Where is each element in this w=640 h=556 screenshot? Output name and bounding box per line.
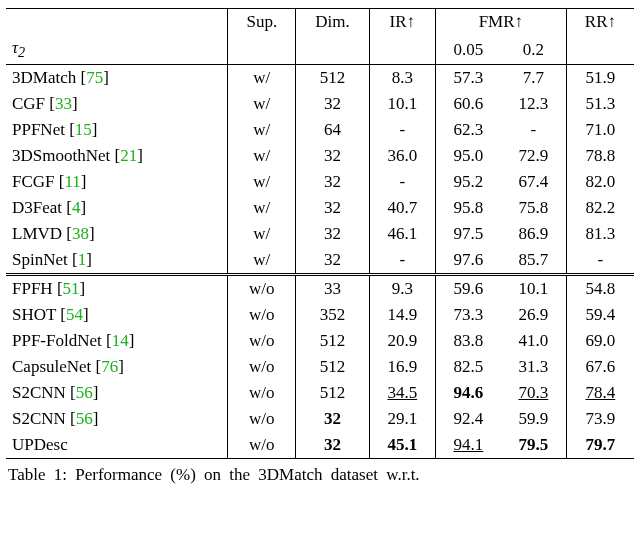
cell-rr: 59.4 (566, 302, 634, 328)
cell-dim: 32 (296, 169, 370, 195)
cell-sup: w/o (228, 432, 296, 459)
header-fmr-05: 0.05 (435, 35, 500, 65)
cell-fmr-05: 92.4 (435, 406, 500, 432)
cell-dim: 33 (296, 275, 370, 303)
citation-link[interactable]: 21 (120, 146, 137, 165)
cell-fmr-05: 94.1 (435, 432, 500, 459)
table-row: 3DMatch [75]w/5128.357.37.751.9 (6, 65, 634, 92)
cell-dim: 32 (296, 91, 370, 117)
table-row: CGF [33]w/3210.160.612.351.3 (6, 91, 634, 117)
cell-fmr-05: 97.6 (435, 247, 500, 275)
cell-fmr-20: 67.4 (501, 169, 566, 195)
cell-fmr-05: 95.2 (435, 169, 500, 195)
cell-ir: 45.1 (369, 432, 435, 459)
cell-dim: 512 (296, 65, 370, 92)
table-row: S2CNN [56]w/o51234.594.670.378.4 (6, 380, 634, 406)
cell-sup: w/ (228, 169, 296, 195)
cell-sup: w/o (228, 302, 296, 328)
citation-link[interactable]: 1 (78, 250, 87, 269)
cell-sup: w/o (228, 328, 296, 354)
cell-rr: 69.0 (566, 328, 634, 354)
citation-link[interactable]: 11 (64, 172, 80, 191)
citation-link[interactable]: 33 (55, 94, 72, 113)
cell-rr: 73.9 (566, 406, 634, 432)
cell-sup: w/o (228, 406, 296, 432)
method-name: LMVD [38] (6, 221, 228, 247)
header-rr: RR↑ (566, 9, 634, 36)
cell-rr: - (566, 247, 634, 275)
cell-fmr-05: 83.8 (435, 328, 500, 354)
cell-ir: 10.1 (369, 91, 435, 117)
cell-fmr-20: 10.1 (501, 275, 566, 303)
cell-rr: 81.3 (566, 221, 634, 247)
cell-sup: w/o (228, 380, 296, 406)
method-name: S2CNN [56] (6, 380, 228, 406)
cell-fmr-20: 70.3 (501, 380, 566, 406)
citation-link[interactable]: 51 (63, 279, 80, 298)
citation-link[interactable]: 4 (72, 198, 81, 217)
cell-dim: 512 (296, 380, 370, 406)
header-tau: τ2 (6, 35, 228, 65)
cell-ir: 20.9 (369, 328, 435, 354)
citation-link[interactable]: 14 (112, 331, 129, 350)
cell-dim: 352 (296, 302, 370, 328)
citation-link[interactable]: 38 (72, 224, 89, 243)
cell-ir: 9.3 (369, 275, 435, 303)
header-fmr: FMR↑ (435, 9, 566, 36)
cell-sup: w/ (228, 143, 296, 169)
cell-dim: 512 (296, 354, 370, 380)
cell-ir: - (369, 117, 435, 143)
cell-sup: w/ (228, 65, 296, 92)
table-row: LMVD [38]w/3246.197.586.981.3 (6, 221, 634, 247)
method-name: PPFNet [15] (6, 117, 228, 143)
cell-fmr-05: 95.0 (435, 143, 500, 169)
cell-fmr-20: 86.9 (501, 221, 566, 247)
table-row: FCGF [11]w/32-95.267.482.0 (6, 169, 634, 195)
results-table: Sup. Dim. IR↑ FMR↑ RR↑ τ2 0.05 0.2 3DMat… (6, 8, 634, 459)
cell-rr: 51.3 (566, 91, 634, 117)
method-name: CGF [33] (6, 91, 228, 117)
citation-link[interactable]: 54 (66, 305, 83, 324)
method-name: PPF-FoldNet [14] (6, 328, 228, 354)
method-name: CapsuleNet [76] (6, 354, 228, 380)
header-ir: IR↑ (369, 9, 435, 36)
cell-fmr-05: 73.3 (435, 302, 500, 328)
cell-ir: 16.9 (369, 354, 435, 380)
cell-rr: 82.0 (566, 169, 634, 195)
cell-sup: w/o (228, 275, 296, 303)
cell-dim: 32 (296, 247, 370, 275)
cell-dim: 32 (296, 406, 370, 432)
header-fmr-20: 0.2 (501, 35, 566, 65)
cell-fmr-20: 41.0 (501, 328, 566, 354)
method-name: 3DSmoothNet [21] (6, 143, 228, 169)
cell-fmr-05: 60.6 (435, 91, 500, 117)
citation-link[interactable]: 56 (76, 409, 93, 428)
cell-sup: w/ (228, 247, 296, 275)
table-row: PPF-FoldNet [14]w/o51220.983.841.069.0 (6, 328, 634, 354)
table-row: UPDescw/o3245.194.179.579.7 (6, 432, 634, 459)
cell-fmr-05: 62.3 (435, 117, 500, 143)
cell-rr: 51.9 (566, 65, 634, 92)
table-row: FPFH [51]w/o339.359.610.154.8 (6, 275, 634, 303)
cell-fmr-05: 59.6 (435, 275, 500, 303)
citation-link[interactable]: 56 (76, 383, 93, 402)
cell-ir: 40.7 (369, 195, 435, 221)
cell-fmr-05: 97.5 (435, 221, 500, 247)
citation-link[interactable]: 15 (75, 120, 92, 139)
method-name: FPFH [51] (6, 275, 228, 303)
method-name: SHOT [54] (6, 302, 228, 328)
cell-fmr-20: 31.3 (501, 354, 566, 380)
cell-sup: w/ (228, 195, 296, 221)
header-dim: Dim. (296, 9, 370, 36)
cell-rr: 78.8 (566, 143, 634, 169)
citation-link[interactable]: 76 (101, 357, 118, 376)
cell-ir: - (369, 247, 435, 275)
cell-fmr-20: 85.7 (501, 247, 566, 275)
cell-dim: 32 (296, 143, 370, 169)
cell-dim: 32 (296, 221, 370, 247)
citation-link[interactable]: 75 (86, 68, 103, 87)
cell-dim: 32 (296, 195, 370, 221)
header-blank (6, 9, 228, 36)
method-name: D3Feat [4] (6, 195, 228, 221)
cell-dim: 32 (296, 432, 370, 459)
